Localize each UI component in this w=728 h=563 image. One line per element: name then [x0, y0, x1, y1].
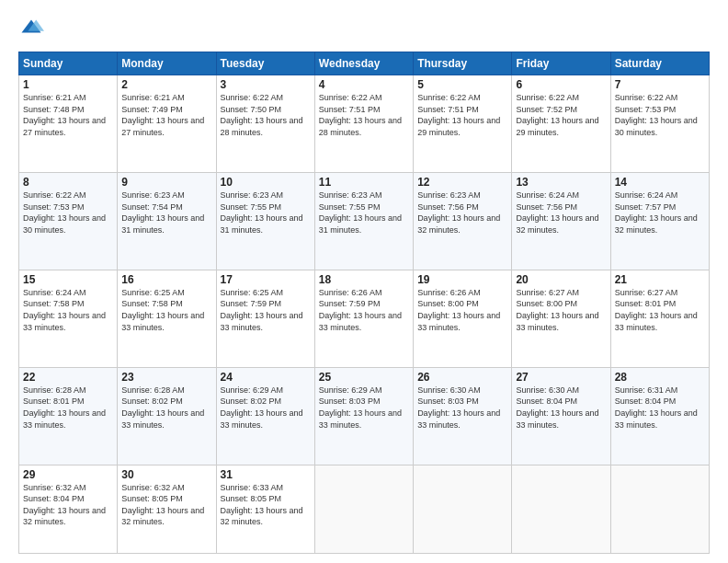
day-info: Sunrise: 6:21 AMSunset: 7:49 PMDaylight:… — [121, 92, 211, 138]
day-info: Sunrise: 6:23 AMSunset: 7:55 PMDaylight:… — [319, 190, 409, 236]
weekday-monday: Monday — [118, 52, 216, 75]
day-info: Sunrise: 6:22 AMSunset: 7:52 PMDaylight:… — [516, 92, 606, 138]
day-info: Sunrise: 6:22 AMSunset: 7:51 PMDaylight:… — [417, 92, 507, 138]
day-info: Sunrise: 6:29 AMSunset: 8:02 PMDaylight:… — [221, 385, 311, 431]
calendar-cell: 9 Sunrise: 6:23 AMSunset: 7:54 PMDayligh… — [118, 172, 216, 270]
day-number: 3 — [221, 78, 311, 91]
day-info: Sunrise: 6:25 AMSunset: 7:58 PMDaylight:… — [121, 287, 211, 333]
day-info: Sunrise: 6:22 AMSunset: 7:51 PMDaylight:… — [319, 92, 409, 138]
calendar-cell: 22 Sunrise: 6:28 AMSunset: 8:01 PMDaylig… — [19, 367, 118, 465]
week-row-5: 29 Sunrise: 6:32 AMSunset: 8:04 PMDaylig… — [19, 465, 710, 553]
day-info: Sunrise: 6:30 AMSunset: 8:04 PMDaylight:… — [516, 385, 606, 431]
calendar-cell: 5 Sunrise: 6:22 AMSunset: 7:51 PMDayligh… — [414, 75, 512, 173]
day-info: Sunrise: 6:33 AMSunset: 8:05 PMDaylight:… — [221, 482, 311, 528]
day-info: Sunrise: 6:24 AMSunset: 7:58 PMDaylight:… — [23, 287, 113, 333]
day-number: 27 — [516, 371, 606, 384]
page: SundayMondayTuesdayWednesdayThursdayFrid… — [0, 0, 728, 563]
calendar-cell: 1 Sunrise: 6:21 AMSunset: 7:48 PMDayligh… — [19, 75, 118, 173]
day-number: 29 — [23, 468, 113, 481]
calendar-body: 1 Sunrise: 6:21 AMSunset: 7:48 PMDayligh… — [19, 75, 710, 554]
day-number: 21 — [615, 273, 705, 286]
calendar-cell: 23 Sunrise: 6:28 AMSunset: 8:02 PMDaylig… — [118, 367, 216, 465]
day-number: 30 — [121, 468, 211, 481]
calendar-cell: 16 Sunrise: 6:25 AMSunset: 7:58 PMDaylig… — [118, 270, 216, 367]
day-number: 18 — [319, 273, 409, 286]
week-row-1: 1 Sunrise: 6:21 AMSunset: 7:48 PMDayligh… — [19, 75, 710, 173]
day-number: 31 — [221, 468, 311, 481]
day-info: Sunrise: 6:26 AMSunset: 7:59 PMDaylight:… — [319, 287, 409, 333]
calendar-cell: 3 Sunrise: 6:22 AMSunset: 7:50 PMDayligh… — [216, 75, 314, 173]
day-info: Sunrise: 6:27 AMSunset: 8:00 PMDaylight:… — [516, 287, 606, 333]
calendar: SundayMondayTuesdayWednesdayThursdayFrid… — [18, 52, 710, 554]
day-number: 11 — [319, 176, 409, 189]
day-info: Sunrise: 6:24 AMSunset: 7:56 PMDaylight:… — [516, 190, 606, 236]
day-info: Sunrise: 6:24 AMSunset: 7:57 PMDaylight:… — [615, 190, 705, 236]
calendar-cell: 19 Sunrise: 6:26 AMSunset: 8:00 PMDaylig… — [414, 270, 512, 367]
calendar-cell: 4 Sunrise: 6:22 AMSunset: 7:51 PMDayligh… — [314, 75, 413, 173]
calendar-cell: 20 Sunrise: 6:27 AMSunset: 8:00 PMDaylig… — [512, 270, 610, 367]
day-info: Sunrise: 6:32 AMSunset: 8:05 PMDaylight:… — [121, 482, 211, 528]
calendar-cell: 27 Sunrise: 6:30 AMSunset: 8:04 PMDaylig… — [512, 367, 610, 465]
header — [18, 17, 710, 42]
day-info: Sunrise: 6:23 AMSunset: 7:55 PMDaylight:… — [221, 190, 311, 236]
day-number: 10 — [221, 176, 311, 189]
calendar-cell — [610, 465, 709, 553]
day-number: 23 — [121, 371, 211, 384]
day-info: Sunrise: 6:32 AMSunset: 8:04 PMDaylight:… — [23, 482, 113, 528]
calendar-cell: 15 Sunrise: 6:24 AMSunset: 7:58 PMDaylig… — [19, 270, 118, 367]
week-row-4: 22 Sunrise: 6:28 AMSunset: 8:01 PMDaylig… — [19, 367, 710, 465]
weekday-friday: Friday — [512, 52, 610, 75]
logo-icon — [18, 17, 44, 42]
day-info: Sunrise: 6:31 AMSunset: 8:04 PMDaylight:… — [615, 385, 705, 431]
calendar-cell: 30 Sunrise: 6:32 AMSunset: 8:05 PMDaylig… — [118, 465, 216, 553]
day-number: 14 — [615, 176, 705, 189]
calendar-cell: 10 Sunrise: 6:23 AMSunset: 7:55 PMDaylig… — [216, 172, 314, 270]
day-info: Sunrise: 6:30 AMSunset: 8:03 PMDaylight:… — [417, 385, 507, 431]
calendar-cell: 12 Sunrise: 6:23 AMSunset: 7:56 PMDaylig… — [414, 172, 512, 270]
calendar-cell: 24 Sunrise: 6:29 AMSunset: 8:02 PMDaylig… — [216, 367, 314, 465]
weekday-saturday: Saturday — [610, 52, 709, 75]
calendar-cell — [414, 465, 512, 553]
weekday-wednesday: Wednesday — [314, 52, 413, 75]
calendar-cell: 6 Sunrise: 6:22 AMSunset: 7:52 PMDayligh… — [512, 75, 610, 173]
calendar-cell: 14 Sunrise: 6:24 AMSunset: 7:57 PMDaylig… — [610, 172, 709, 270]
calendar-cell: 29 Sunrise: 6:32 AMSunset: 8:04 PMDaylig… — [19, 465, 118, 553]
day-number: 6 — [516, 78, 606, 91]
day-number: 24 — [221, 371, 311, 384]
day-number: 4 — [319, 78, 409, 91]
calendar-cell: 13 Sunrise: 6:24 AMSunset: 7:56 PMDaylig… — [512, 172, 610, 270]
weekday-header-row: SundayMondayTuesdayWednesdayThursdayFrid… — [19, 52, 710, 75]
calendar-cell: 8 Sunrise: 6:22 AMSunset: 7:53 PMDayligh… — [19, 172, 118, 270]
day-number: 13 — [516, 176, 606, 189]
week-row-2: 8 Sunrise: 6:22 AMSunset: 7:53 PMDayligh… — [19, 172, 710, 270]
calendar-cell: 21 Sunrise: 6:27 AMSunset: 8:01 PMDaylig… — [610, 270, 709, 367]
calendar-cell: 28 Sunrise: 6:31 AMSunset: 8:04 PMDaylig… — [610, 367, 709, 465]
calendar-cell: 18 Sunrise: 6:26 AMSunset: 7:59 PMDaylig… — [314, 270, 413, 367]
day-number: 7 — [615, 78, 705, 91]
day-info: Sunrise: 6:21 AMSunset: 7:48 PMDaylight:… — [23, 92, 113, 138]
day-info: Sunrise: 6:27 AMSunset: 8:01 PMDaylight:… — [615, 287, 705, 333]
day-info: Sunrise: 6:25 AMSunset: 7:59 PMDaylight:… — [221, 287, 311, 333]
calendar-cell: 26 Sunrise: 6:30 AMSunset: 8:03 PMDaylig… — [414, 367, 512, 465]
day-number: 2 — [121, 78, 211, 91]
day-info: Sunrise: 6:22 AMSunset: 7:50 PMDaylight:… — [221, 92, 311, 138]
day-info: Sunrise: 6:22 AMSunset: 7:53 PMDaylight:… — [615, 92, 705, 138]
logo — [18, 17, 48, 42]
calendar-cell: 31 Sunrise: 6:33 AMSunset: 8:05 PMDaylig… — [216, 465, 314, 553]
day-info: Sunrise: 6:23 AMSunset: 7:56 PMDaylight:… — [417, 190, 507, 236]
day-number: 20 — [516, 273, 606, 286]
calendar-cell: 17 Sunrise: 6:25 AMSunset: 7:59 PMDaylig… — [216, 270, 314, 367]
day-number: 19 — [417, 273, 507, 286]
day-info: Sunrise: 6:23 AMSunset: 7:54 PMDaylight:… — [121, 190, 211, 236]
day-number: 25 — [319, 371, 409, 384]
calendar-cell: 7 Sunrise: 6:22 AMSunset: 7:53 PMDayligh… — [610, 75, 709, 173]
day-number: 26 — [417, 371, 507, 384]
day-number: 9 — [121, 176, 211, 189]
calendar-cell: 25 Sunrise: 6:29 AMSunset: 8:03 PMDaylig… — [314, 367, 413, 465]
day-number: 1 — [23, 78, 113, 91]
day-number: 5 — [417, 78, 507, 91]
weekday-thursday: Thursday — [414, 52, 512, 75]
day-number: 15 — [23, 273, 113, 286]
day-number: 16 — [121, 273, 211, 286]
week-row-3: 15 Sunrise: 6:24 AMSunset: 7:58 PMDaylig… — [19, 270, 710, 367]
